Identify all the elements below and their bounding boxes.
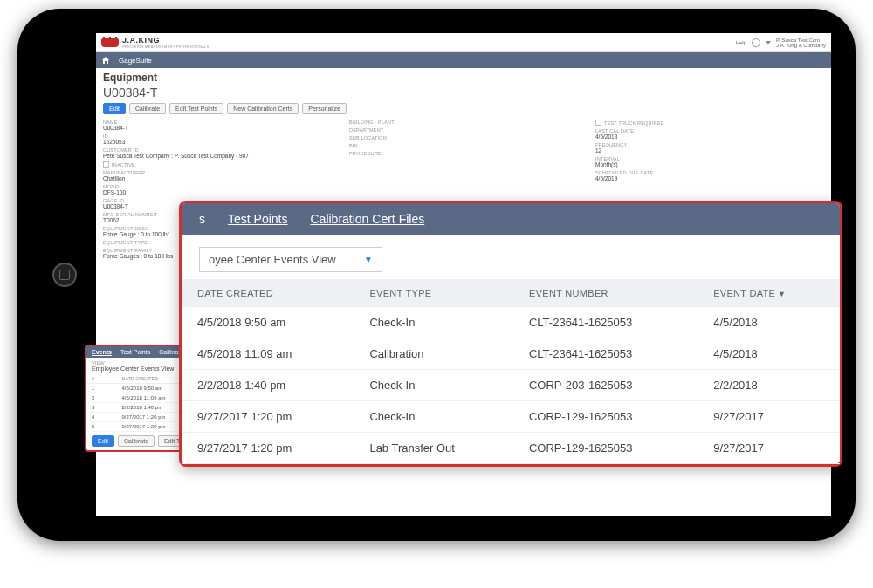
zcol-ed[interactable]: EVENT DATE — [698, 279, 840, 307]
col-num: # — [86, 374, 117, 384]
crown-icon — [101, 38, 119, 47]
edit-button-2[interactable]: Edit — [92, 435, 114, 447]
field-test-truck-required: TEST TRUCK REQUIRED — [595, 120, 824, 126]
user-line2: J.A. King & Company — [776, 43, 826, 48]
home-icon[interactable] — [101, 56, 110, 65]
field-frequency: FREQUENCY12 — [595, 142, 824, 154]
header-right: Help P. Susca Test Com J.A. King & Compa… — [736, 38, 826, 48]
brand-name: J.A.KING — [122, 36, 210, 44]
field-name: NAMEU00384-T — [103, 120, 332, 131]
page-title: Equipment — [103, 72, 824, 84]
table-row[interactable]: 2/2/2018 1:40 pmCheck-InCORP-203-1625053… — [182, 370, 840, 401]
zcol-et[interactable]: EVENT TYPE — [354, 279, 513, 307]
table-row[interactable]: 9/27/2017 1:20 pmCheck-InCORP-129-162505… — [182, 401, 840, 433]
table-row[interactable]: 9/27/2017 1:20 pmLab Transfer OutCORP-12… — [182, 433, 840, 464]
field-interval: INTERVALMonth(s) — [595, 156, 824, 168]
page-subtitle: U00384-T — [103, 85, 824, 99]
events-tabs-zoom: s Test Points Calibration Cert Files — [182, 203, 840, 235]
user-line1: P. Susca Test Com — [776, 38, 826, 43]
edit-test-points-button[interactable]: Edit Test Points — [169, 103, 223, 114]
field-bin: BIN — [349, 143, 578, 148]
field-department: DEPARTMENT — [349, 127, 578, 133]
table-row[interactable]: 4/5/2018 11:09 amCalibrationCLT-23641-16… — [182, 338, 840, 370]
view-dropdown[interactable]: oyee Center Events View ▼ — [199, 247, 382, 272]
field-procedure: PROCEDURE — [349, 151, 578, 156]
calibrate-button-2[interactable]: Calibrate — [118, 435, 155, 447]
events-table-zoom: DATE CREATED EVENT TYPE EVENT NUMBER EVE… — [182, 279, 840, 464]
field-inactive: INACTIVE — [103, 161, 332, 168]
chevron-down-icon: ▼ — [364, 255, 373, 264]
events-panel-zoom: s Test Points Calibration Cert Files oye… — [179, 201, 842, 467]
tab-test-points-zoom[interactable]: Test Points — [228, 212, 287, 226]
edit-button[interactable]: Edit — [103, 103, 126, 114]
avatar-icon[interactable] — [752, 38, 760, 47]
tab-events-small[interactable]: Events — [92, 349, 112, 355]
chevron-down-icon[interactable] — [766, 41, 771, 44]
field-last-cal-date: LAST CAL DATE4/5/2018 — [595, 128, 824, 140]
tablet-home-button[interactable] — [52, 263, 77, 287]
calibrate-button[interactable]: Calibrate — [129, 103, 166, 114]
nav-app[interactable]: GageSuite — [119, 57, 152, 65]
field-sub-location: SUB LOCATION — [349, 135, 578, 140]
nav-bar: GageSuite — [96, 52, 831, 68]
field-manufacturer: MANUFACTURERChatillon — [103, 170, 332, 181]
app-header: J.A.KING PRECISION MEASUREMENT PROFESSIO… — [96, 33, 831, 52]
zcol-en[interactable]: EVENT NUMBER — [513, 279, 698, 307]
brand-tagline: PRECISION MEASUREMENT PROFESSIONALS — [122, 44, 210, 49]
help-link[interactable]: Help — [736, 40, 746, 45]
field-building-plant: BUILDING - PLANT — [349, 120, 578, 125]
brand-logo: J.A.KING PRECISION MEASUREMENT PROFESSIO… — [101, 36, 210, 49]
zcol-dc[interactable]: DATE CREATED — [182, 279, 354, 307]
tab-certs-zoom[interactable]: Calibration Cert Files — [310, 212, 424, 226]
checkbox-icon[interactable] — [103, 161, 109, 168]
table-row[interactable]: 4/5/2018 9:50 amCheck-InCLT-23641-162505… — [182, 307, 840, 338]
tab-test-points-small[interactable]: Test Points — [120, 349, 150, 355]
action-buttons-top: Edit Calibrate Edit Test Points New Cali… — [103, 103, 824, 114]
field-scheduled-due-date: SCHEDULED DUE DATE4/5/2019 — [595, 170, 824, 181]
field-customer-id: CUSTOMER IDPete Susca Test Company : P. … — [103, 147, 332, 159]
new-cal-certs-button[interactable]: New Calibration Certs — [227, 103, 299, 114]
tab-events-zoom-frag[interactable]: s — [199, 212, 205, 226]
checkbox-icon[interactable] — [595, 120, 601, 126]
field-id: ID1625053 — [103, 133, 332, 145]
personalize-button[interactable]: Personalize — [302, 103, 347, 114]
view-name-zoom: oyee Center Events View — [209, 253, 336, 266]
field-model: MODELDFS-100 — [103, 184, 332, 195]
